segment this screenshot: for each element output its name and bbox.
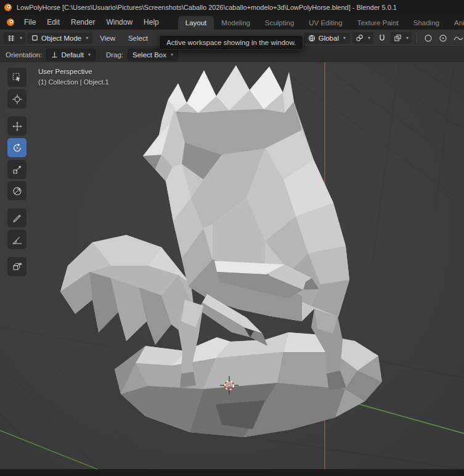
tab-animation[interactable]: Animation: [447, 16, 464, 30]
cursor-icon: [12, 94, 23, 105]
proportional-editing-toggle[interactable]: [422, 33, 434, 44]
tab-sculpting[interactable]: Sculpting: [258, 16, 301, 30]
workspace-tabs: Layout Modeling Sculpting UV Editing Tex…: [178, 16, 464, 30]
header-separator: [417, 33, 417, 43]
rotate-icon: [12, 142, 23, 154]
header-right-group: Global: [304, 32, 460, 44]
menu-help[interactable]: Help: [138, 15, 165, 30]
tab-shading[interactable]: Shading: [406, 16, 447, 30]
orientation-dropdown[interactable]: Default: [46, 49, 95, 61]
tool-measure[interactable]: [7, 230, 26, 249]
tab-texture-paint[interactable]: Texture Paint: [350, 16, 406, 30]
viewport-editor-icon: [7, 34, 15, 43]
scale-icon: [12, 164, 23, 175]
menu-render[interactable]: Render: [65, 15, 100, 30]
tool-move[interactable]: [7, 117, 26, 136]
tool-scale[interactable]: [7, 160, 26, 179]
add-cube-icon: [12, 261, 23, 273]
3d-viewport[interactable]: User Perspective (1) Collection | Object…: [0, 62, 464, 469]
blender-menu-icon[interactable]: [5, 15, 18, 30]
statusbar: [0, 469, 464, 476]
titlebar: LowPolyHorse [C:\Users\Usuario\Pictures\…: [0, 0, 464, 15]
proportional-editing-icon: [424, 34, 433, 43]
snap-target-icon: [394, 34, 402, 42]
select-box-icon: [12, 72, 23, 83]
proportional-falloff-dropdown[interactable]: [437, 33, 449, 44]
menubar: File Edit Render Window Help Layout Mode…: [0, 15, 464, 30]
annotate-pencil-icon: [12, 213, 23, 224]
transform-orientation-label: Global: [319, 35, 339, 42]
window-title: LowPolyHorse [C:\Users\Usuario\Pictures\…: [17, 4, 397, 11]
blender-logo-icon: [4, 3, 12, 12]
drag-label: Drag:: [106, 51, 123, 59]
pivot-point-icon: [356, 34, 364, 42]
menu-file[interactable]: File: [18, 15, 41, 30]
drag-value: Select Box: [132, 51, 166, 59]
magnet-icon: [378, 34, 386, 43]
falloff-circle-icon: [439, 34, 447, 43]
menu-select[interactable]: Select: [123, 35, 153, 42]
tool-cursor[interactable]: [7, 89, 26, 109]
mode-dropdown[interactable]: Object Mode: [27, 33, 92, 44]
transform-icon: [12, 186, 23, 197]
editor-type-dropdown[interactable]: [4, 32, 25, 44]
tooltip: Active workspace showing in the window.: [159, 35, 303, 50]
tab-layout[interactable]: Layout: [178, 16, 214, 30]
pivot-point-dropdown[interactable]: [352, 32, 373, 44]
tool-select-box[interactable]: [7, 68, 26, 87]
orientation-label: Orientation:: [6, 51, 42, 59]
move-icon: [12, 121, 23, 132]
orientation-value: Default: [61, 51, 83, 59]
orientation-axes-icon: [51, 51, 58, 58]
tool-transform[interactable]: [7, 181, 26, 200]
viewport-canvas[interactable]: [0, 62, 464, 469]
tooltip-text: Active workspace showing in the window.: [166, 39, 296, 46]
horse-tail[interactable]: [60, 235, 194, 345]
menu-window[interactable]: Window: [100, 15, 138, 30]
mode-dropdown-label: Object Mode: [41, 35, 81, 42]
tab-modeling[interactable]: Modeling: [214, 16, 258, 30]
global-orientation-icon: [308, 35, 315, 42]
falloff-curve-icon: [452, 33, 464, 44]
tool-rotate[interactable]: [7, 138, 26, 157]
object-mode-icon: [31, 35, 38, 41]
measure-icon: [12, 234, 23, 245]
blender-window: LowPolyHorse [C:\Users\Usuario\Pictures\…: [0, 0, 464, 476]
snap-settings-dropdown[interactable]: [391, 32, 412, 44]
menu-view[interactable]: View: [94, 35, 121, 42]
transform-orientation-dropdown[interactable]: Global: [304, 33, 350, 44]
tool-annotate[interactable]: [7, 208, 26, 228]
menu-edit[interactable]: Edit: [41, 15, 65, 30]
toolbar: [7, 68, 26, 279]
drag-dropdown[interactable]: Select Box: [128, 49, 178, 61]
tool-add-cube[interactable]: [7, 257, 26, 276]
snap-magnet-toggle[interactable]: [376, 33, 388, 44]
tab-uv-editing[interactable]: UV Editing: [301, 16, 349, 30]
